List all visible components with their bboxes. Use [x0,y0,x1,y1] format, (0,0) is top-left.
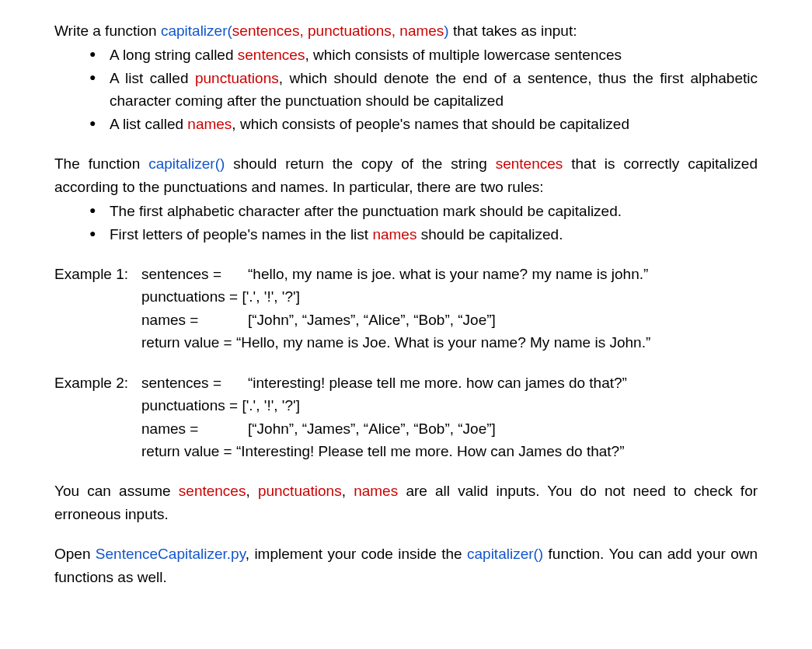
example-2-content: sentences = “interesting! please tell me… [141,372,758,463]
ex-key: names = [141,417,248,440]
example-2-label: Example 2: [54,372,141,463]
ex2-sentences-row: sentences = “interesting! please tell me… [141,372,758,394]
bullet-names: A list called names, which consists of p… [89,113,758,135]
ex1-return-row: return value = “Hello, my name is Joe. W… [141,331,758,354]
rules-mid: should return the copy of the string [225,155,495,172]
rule-text: should be capitalized. [416,226,563,243]
bullet-text: A long string called [110,47,238,63]
rules-fn: capitalizer() [148,155,225,172]
comma1: , [299,23,308,39]
ex-val: “interesting! please tell me more. how c… [248,372,758,394]
arg-sentences: sentences [232,23,300,39]
example-1: Example 1: sentences = “hello, my name i… [54,263,758,354]
bullet-text: A list called [110,70,195,86]
rule-text: First letters of people's names in the l… [110,226,372,243]
rule-2: First letters of people's names in the l… [89,223,758,246]
input-bullets: A long string called sentences, which co… [89,44,758,135]
rule-1: The first alphabetic character after the… [89,200,758,222]
ex-key-inline: punctuations = ['.', '!', '?'] [141,394,300,417]
arg-punctuations: punctuations [308,23,392,39]
closing-sentences: sentences [179,483,246,499]
bullet-text: , which consists of multiple lowercase s… [305,47,622,63]
final-prefix: Open [54,546,96,562]
rules-bullets: The first alphabetic character after the… [89,200,758,246]
ex-val: ['.', '!', '?'] [238,288,300,305]
ex-key: return value = [141,443,232,459]
ex-key-inline: punctuations = ['.', '!', '?'] [141,285,300,308]
rules-intro: The function capitalizer() should return… [54,152,758,198]
example-1-label: Example 1: [54,263,141,354]
bullet-red: names [187,116,232,132]
ex-key-inline: return value = “Interesting! Please tell… [141,440,625,462]
bullet-punctuations: A list called punctuations, which should… [89,67,758,113]
ex-val: “Hello, my name is Joe. What is your nam… [232,334,651,351]
ex-key: sentences = [141,263,248,285]
ex1-sentences-row: sentences = “hello, my name is joe. what… [141,263,758,285]
example-2: Example 2: sentences = “interesting! ple… [54,372,758,463]
ex-val: “hello, my name is joe. what is your nam… [248,263,758,285]
bullet-text: A list called [110,116,187,132]
ex-val: [“John”, “James”, “Alice”, “Bob”, “Joe”] [248,417,758,440]
closing-prefix: You can assume [54,483,179,499]
bullet-red: punctuations [195,70,279,86]
rules-red: sentences [496,155,563,172]
closing-comma: , [342,483,354,499]
comma2: , [392,23,400,39]
ex-key: punctuations = [141,397,238,413]
rules-block: The function capitalizer() should return… [54,152,758,246]
intro-suffix: that takes as input: [449,23,577,39]
ex2-return-row: return value = “Interesting! Please tell… [141,440,758,462]
ex-key: sentences = [141,372,248,394]
ex-key-inline: return value = “Hello, my name is Joe. W… [141,331,650,354]
bullet-sentences: A long string called sentences, which co… [89,44,758,66]
ex1-names-row: names = [“John”, “James”, “Alice”, “Bob”… [141,309,758,331]
ex-key: return value = [141,334,232,351]
ex2-names-row: names = [“John”, “James”, “Alice”, “Bob”… [141,417,758,440]
ex-key: punctuations = [141,288,238,305]
ex-key: names = [141,309,248,331]
bullet-text: , which consists of people's names that … [232,116,629,132]
closing-names: names [354,483,398,499]
rule-text: The first alphabetic character after the… [110,203,622,219]
ex2-punct-row: punctuations = ['.', '!', '?'] [141,394,758,417]
arg-names: names [399,23,444,39]
closing-note: You can assume sentences, punctuations, … [54,480,758,525]
final-file: SentenceCapitalizer.py [96,546,246,562]
rule-red: names [372,226,416,243]
final-mid: , implement your code inside the [246,546,467,562]
rules-prefix: The function [54,155,148,172]
ex1-punct-row: punctuations = ['.', '!', '?'] [141,285,758,308]
ex-val: “Interesting! Please tell me more. How c… [232,443,625,459]
final-fn: capitalizer() [467,546,543,562]
ex-val: [“John”, “James”, “Alice”, “Bob”, “Joe”] [248,309,758,331]
ex-val: ['.', '!', '?'] [238,397,300,413]
closing-comma: , [246,483,257,499]
final-instruction: Open SentenceCapitalizer.py, implement y… [54,543,758,588]
example-1-content: sentences = “hello, my name is joe. what… [141,263,758,354]
bullet-red: sentences [238,47,305,63]
intro-prefix: Write a function [54,23,161,39]
closing-punctuations: punctuations [258,483,342,499]
intro-paragraph: Write a function capitalizer(sentences, … [54,19,758,42]
fn-name: capitalizer [161,23,228,39]
